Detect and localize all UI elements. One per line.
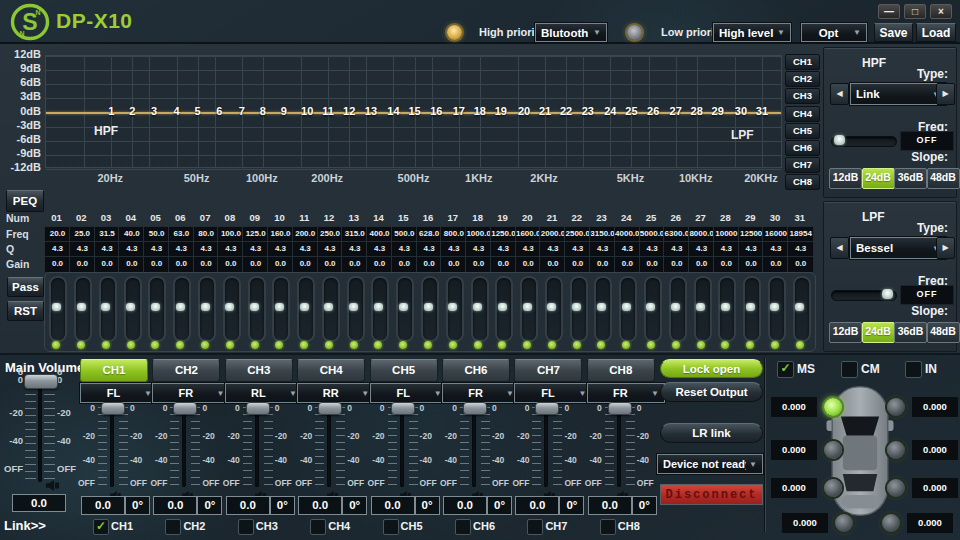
eq-band-handle[interactable]: 4 bbox=[168, 105, 186, 117]
channel-fader-knob[interactable] bbox=[463, 402, 487, 415]
low-priority-select[interactable]: High level ▼ bbox=[713, 23, 791, 42]
channel-gain-value[interactable]: 0.0 bbox=[298, 496, 342, 515]
eq-band-handle[interactable]: 27 bbox=[667, 105, 685, 117]
delay-mode-checkbox-in[interactable] bbox=[905, 361, 922, 378]
lpf-slope-12db-button[interactable]: 12dB bbox=[829, 322, 862, 343]
hpf-slope-24db-button[interactable]: 24dB bbox=[862, 168, 895, 189]
channel-phase-value[interactable]: 0° bbox=[632, 496, 657, 515]
tab-ch8[interactable]: CH8 bbox=[587, 359, 655, 382]
band-slider-knob-icon[interactable] bbox=[374, 303, 383, 311]
band-gain-cell[interactable]: 0.0 bbox=[94, 256, 121, 273]
peq-button[interactable]: PEQ bbox=[6, 190, 44, 212]
lpf-slope-36db-button[interactable]: 36dB bbox=[894, 322, 927, 343]
channel-gain-value[interactable]: 0.0 bbox=[226, 496, 270, 515]
band-gain-cell[interactable]: 0.0 bbox=[465, 256, 492, 273]
band-slider-knob-icon[interactable] bbox=[547, 303, 556, 311]
band-gain-cell[interactable]: 0.0 bbox=[391, 256, 418, 273]
band-slider-knob-icon[interactable] bbox=[721, 303, 730, 311]
band-gain-cell[interactable]: 0.0 bbox=[589, 256, 616, 273]
delay-value[interactable]: 0.000 bbox=[771, 478, 817, 498]
lpf-type-select[interactable]: Bessel▼ bbox=[850, 237, 946, 259]
rst-button[interactable]: RST bbox=[7, 301, 44, 321]
tab-ch3[interactable]: CH3 bbox=[225, 359, 293, 382]
channel-phase-value[interactable]: 0° bbox=[487, 496, 512, 515]
tab-ch5[interactable]: CH5 bbox=[370, 359, 438, 382]
disconnect-button[interactable]: Disconnect bbox=[660, 484, 763, 505]
link-checkbox-ch6[interactable] bbox=[455, 519, 471, 535]
band-slider-knob-icon[interactable] bbox=[250, 303, 259, 311]
eq-band-handle[interactable]: 1 bbox=[102, 105, 120, 117]
channel-fader-track[interactable] bbox=[110, 405, 114, 487]
channel-gain-value[interactable]: 0.0 bbox=[371, 496, 415, 515]
band-slider-knob-icon[interactable] bbox=[746, 303, 755, 311]
lr-link-button[interactable]: LR link bbox=[660, 423, 763, 443]
band-gain-cell[interactable]: 0.0 bbox=[490, 256, 517, 273]
channel-fader-knob[interactable] bbox=[318, 402, 342, 415]
lpf-type-prev-button[interactable]: ◀ bbox=[830, 237, 849, 259]
channel-phase-value[interactable]: 0° bbox=[270, 496, 295, 515]
link-checkbox-ch2[interactable] bbox=[165, 519, 181, 535]
channel-fader-track[interactable] bbox=[617, 405, 621, 487]
band-slider-knob-icon[interactable] bbox=[671, 303, 680, 311]
tab-ch6[interactable]: CH6 bbox=[442, 359, 510, 382]
tab-ch4[interactable]: CH4 bbox=[297, 359, 365, 382]
band-gain-cell[interactable]: 0.0 bbox=[539, 256, 566, 273]
band-gain-cell[interactable]: 0.0 bbox=[366, 256, 393, 273]
delay-value[interactable]: 0.000 bbox=[771, 397, 817, 417]
opt-select[interactable]: Opt ▼ bbox=[801, 23, 867, 42]
eq-band-handle[interactable]: 20 bbox=[515, 105, 533, 117]
band-gain-cell[interactable]: 0.0 bbox=[69, 256, 96, 273]
source-select-ch3[interactable]: RL▼ bbox=[225, 383, 303, 403]
graph-channel-button[interactable]: CH1 bbox=[785, 54, 820, 70]
pass-button[interactable]: Pass bbox=[7, 277, 44, 297]
band-slider-knob-icon[interactable] bbox=[795, 303, 804, 311]
channel-fader-knob[interactable] bbox=[608, 402, 632, 415]
hpf-slope-48db-button[interactable]: 48dB bbox=[927, 168, 960, 189]
channel-gain-value[interactable]: 0.0 bbox=[81, 496, 125, 515]
hpf-type-select[interactable]: Link▼ bbox=[850, 83, 946, 105]
tab-ch2[interactable]: CH2 bbox=[152, 359, 220, 382]
eq-band-handle[interactable]: 10 bbox=[298, 105, 316, 117]
delay-value[interactable]: 0.000 bbox=[771, 440, 817, 460]
channel-fader-knob[interactable] bbox=[535, 402, 559, 415]
band-slider-knob-icon[interactable] bbox=[597, 303, 606, 311]
graph-channel-button[interactable]: CH8 bbox=[785, 174, 820, 190]
band-slider-knob-icon[interactable] bbox=[399, 303, 408, 311]
delay-knob[interactable] bbox=[824, 479, 842, 497]
eq-band-handle[interactable]: 3 bbox=[145, 105, 163, 117]
source-select-ch2[interactable]: FR▼ bbox=[152, 383, 230, 403]
main-volume-value[interactable]: 0.0 bbox=[12, 494, 66, 512]
band-slider-knob-icon[interactable] bbox=[696, 303, 705, 311]
eq-band-handle[interactable]: 11 bbox=[319, 105, 337, 117]
graph-channel-button[interactable]: CH5 bbox=[785, 123, 820, 139]
delay-mode-checkbox-cm[interactable] bbox=[841, 361, 858, 378]
source-select-ch7[interactable]: FL▼ bbox=[514, 383, 592, 403]
channel-gain-value[interactable]: 0.0 bbox=[515, 496, 559, 515]
delay-value[interactable]: 0.000 bbox=[782, 513, 828, 533]
band-slider-knob-icon[interactable] bbox=[572, 303, 581, 311]
eq-band-handle[interactable]: 13 bbox=[362, 105, 380, 117]
band-gain-cell[interactable]: 0.0 bbox=[168, 256, 195, 273]
restore-button[interactable]: □ bbox=[904, 4, 926, 19]
channel-phase-value[interactable]: 0° bbox=[197, 496, 222, 515]
delay-knob[interactable] bbox=[887, 479, 905, 497]
band-gain-cell[interactable]: 0.0 bbox=[292, 256, 319, 273]
band-gain-cell[interactable]: 0.0 bbox=[242, 256, 269, 273]
channel-phase-value[interactable]: 0° bbox=[559, 496, 584, 515]
band-gain-cell[interactable]: 0.0 bbox=[416, 256, 443, 273]
band-gain-cell[interactable]: 0.0 bbox=[762, 256, 789, 273]
delay-knob[interactable] bbox=[824, 398, 842, 416]
device-status-select[interactable]: Device not ready ▼ bbox=[657, 454, 763, 474]
band-slider-knob-icon[interactable] bbox=[201, 303, 210, 311]
graph-channel-button[interactable]: CH3 bbox=[785, 88, 820, 104]
close-button[interactable]: × bbox=[930, 4, 952, 19]
band-slider-knob-icon[interactable] bbox=[646, 303, 655, 311]
channel-fader-track[interactable] bbox=[400, 405, 404, 487]
eq-band-handle[interactable]: 2 bbox=[123, 105, 141, 117]
band-gain-cell[interactable]: 0.0 bbox=[738, 256, 765, 273]
band-gain-cell[interactable]: 0.0 bbox=[663, 256, 690, 273]
source-select-ch4[interactable]: RR▼ bbox=[297, 383, 375, 403]
band-gain-cell[interactable]: 0.0 bbox=[317, 256, 344, 273]
channel-gain-value[interactable]: 0.0 bbox=[153, 496, 197, 515]
lpf-freq-knob-icon[interactable] bbox=[882, 289, 893, 299]
